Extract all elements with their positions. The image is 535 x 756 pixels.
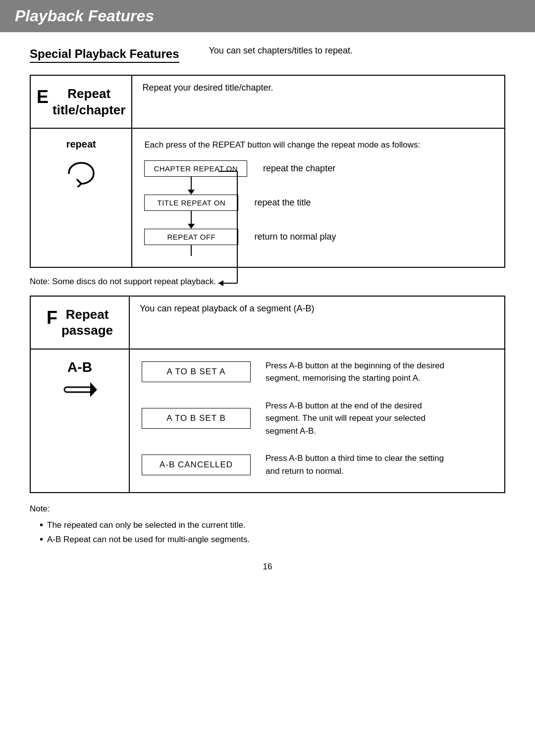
feature-e-top-desc: Repeat your desired title/chapter.	[142, 83, 273, 93]
feature-f-label-cell: F Repeat passage	[30, 296, 129, 349]
ab-label: A-B	[37, 359, 123, 375]
ab-box-setb: A TO B SET B	[142, 408, 251, 429]
ab-arrow-icon	[37, 379, 123, 404]
flow-label-title: repeat the title	[254, 198, 311, 208]
feature-f-name: Repeat passage	[61, 306, 113, 339]
feature-e-top-desc-cell: Repeat your desired title/chapter.	[132, 75, 505, 128]
ab-desc-setb: Press A-B button at the end of the desir…	[266, 400, 454, 438]
ab-row-cancelled: A-B CANCELLED Press A-B button a third t…	[142, 452, 492, 477]
svg-marker-3	[218, 280, 223, 286]
feature-e-repeat-label-cell: repeat	[30, 128, 132, 267]
bullet-text-2: A-B Repeat can not be used for multi-ang…	[47, 533, 250, 547]
section-heading: Special Playback Features	[30, 47, 179, 63]
ab-row-setb: A TO B SET B Press A-B button at the end…	[142, 400, 492, 438]
page-header: Playback Features	[0, 0, 535, 32]
bullet-note-1: • The repeated can only be selected in t…	[40, 518, 505, 533]
page-number: 16	[30, 562, 505, 582]
back-loop-arrow	[217, 160, 242, 294]
feature-e-flowchart-cell: Each press of the REPEAT button will cha…	[132, 128, 505, 267]
each-press-text: Each press of the REPEAT button will cha…	[144, 139, 492, 151]
bullet-dot-2: •	[40, 533, 43, 546]
ab-box-cancelled: A-B CANCELLED	[142, 454, 251, 475]
flow-label-off: return to normal play	[254, 232, 336, 242]
bottom-notes: Note: • The repeated can only be selecte…	[30, 502, 505, 547]
feature-f-top-desc: You can repeat playback of a segment (A-…	[140, 303, 315, 313]
feature-e-header-row: E Repeat title/chapter Repeat your desir…	[30, 75, 505, 128]
feature-e-letter: E	[37, 87, 49, 107]
ab-box-seta: A TO B SET A	[142, 361, 251, 382]
feature-f-letter: F	[47, 307, 57, 328]
flowchart-container: CHAPTER REPEAT ON repeat the chapter TIT…	[144, 160, 492, 257]
note1: Note: Some discs do not support repeat p…	[30, 277, 505, 287]
feature-f-segments-cell: A TO B SET A Press A-B button at the beg…	[129, 349, 505, 493]
section-description: You can set chapters/titles to repeat.	[209, 46, 353, 58]
page-title: Playback Features	[15, 7, 154, 25]
feature-e-name: Repeat title/chapter	[53, 86, 125, 118]
svg-marker-5	[90, 382, 97, 397]
bullet-dot-1: •	[40, 518, 43, 531]
ab-desc-cancelled: Press A-B button a third time to clear t…	[266, 452, 454, 477]
flow-label-chapter: repeat the chapter	[263, 163, 335, 174]
main-content: Special Playback Features You can set ch…	[0, 47, 535, 582]
repeat-label: repeat	[37, 139, 125, 150]
bullet-text-1: The repeated can only be selected in the…	[47, 518, 246, 533]
feature-f-top-desc-cell: You can repeat playback of a segment (A-…	[129, 296, 505, 349]
note-intro: Note:	[30, 502, 505, 516]
feature-f-header-row: F Repeat passage You can repeat playback…	[30, 296, 505, 349]
repeat-circular-icon	[64, 160, 99, 192]
feature-f-ab-label-cell: A-B	[30, 349, 129, 493]
feature-f-detail-row: A-B A TO B SET A Press A-B button at the…	[30, 349, 505, 493]
ab-desc-seta: Press A-B button at the beginning of the…	[266, 359, 454, 385]
feature-e-label-cell: E Repeat title/chapter	[30, 75, 132, 128]
section-heading-row: Special Playback Features You can set ch…	[30, 47, 505, 66]
ab-row-seta: A TO B SET A Press A-B button at the beg…	[142, 359, 492, 385]
svg-rect-4	[64, 387, 92, 392]
feature-e-table: E Repeat title/chapter Repeat your desir…	[30, 75, 505, 268]
bullet-note-2: • A-B Repeat can not be used for multi-a…	[40, 533, 505, 547]
feature-e-detail-row: repeat Each press of the REPEAT button w…	[30, 128, 505, 267]
feature-f-table: F Repeat passage You can repeat playback…	[30, 296, 505, 494]
